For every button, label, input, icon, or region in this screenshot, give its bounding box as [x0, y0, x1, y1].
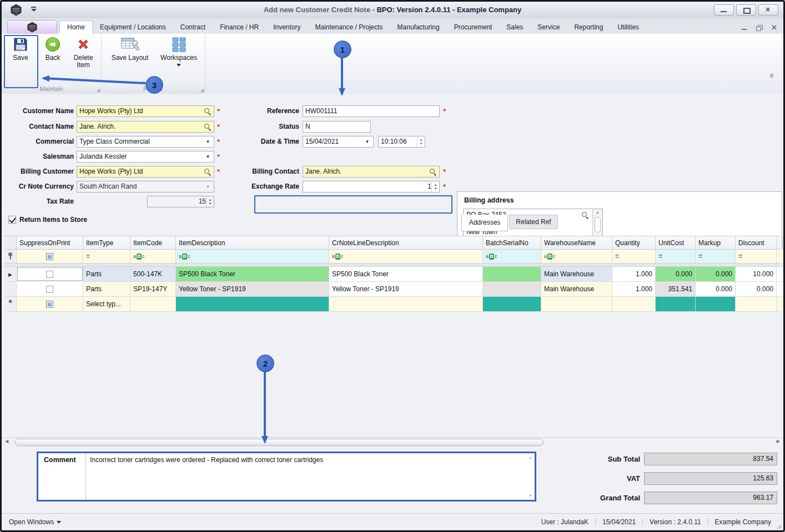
cell-itemcode[interactable]: 500-147K — [130, 267, 176, 281]
delete-item-button[interactable]: Delete Item — [68, 36, 98, 69]
scroll-thumb[interactable] — [15, 439, 544, 446]
column-header[interactable]: ItemCode — [130, 236, 176, 249]
tab-procurement[interactable]: Procurement — [447, 21, 500, 34]
cell-itemdescription[interactable]: Yellow Toner - SP1919 — [176, 282, 329, 296]
reference-field[interactable]: HW001111 — [303, 105, 440, 117]
column-header[interactable]: ItemType — [83, 236, 130, 249]
tab-home[interactable]: Home — [59, 21, 93, 34]
cell-crnotelinedescription[interactable]: SP500 Black Toner — [329, 267, 483, 281]
cell-discount[interactable] — [736, 297, 777, 311]
column-header[interactable]: WarehouseName — [541, 236, 612, 249]
cell-quantity[interactable]: 1.000 — [612, 267, 656, 281]
filter-cell[interactable] — [130, 250, 176, 263]
filter-cell[interactable] — [83, 250, 130, 263]
cell-markup[interactable]: 0.000 — [696, 282, 736, 296]
cell-itemtype[interactable]: Parts — [83, 282, 130, 296]
tab-sales[interactable]: Sales — [499, 21, 530, 34]
cell-crnotelinedescription[interactable] — [329, 297, 483, 311]
cell-warehousename[interactable]: Main Warehouse — [541, 282, 612, 296]
column-header[interactable]: Markup — [696, 236, 736, 249]
filter-cell[interactable] — [541, 250, 612, 263]
cell-itemcode[interactable] — [130, 297, 176, 311]
close-button[interactable] — [758, 4, 778, 16]
column-header[interactable]: UnitCost — [656, 236, 696, 249]
search-icon[interactable] — [581, 211, 589, 219]
column-header[interactable]: BatchSerialNo — [483, 236, 541, 249]
tab-equipment-locations[interactable]: Equipment / Locations — [93, 21, 173, 34]
tab-reporting[interactable]: Reporting — [567, 21, 610, 34]
filter-checkbox[interactable] — [46, 253, 53, 260]
return-items-checkbox[interactable] — [8, 216, 16, 224]
billing-contact-field[interactable]: Jane. Alrich. — [303, 166, 440, 178]
cell-markup[interactable]: 0.000 — [696, 267, 736, 281]
cell-batchserialno[interactable] — [483, 267, 541, 281]
chevron-down-icon[interactable] — [204, 136, 212, 147]
cell-itemtype[interactable]: Parts — [83, 267, 130, 281]
application-menu-button[interactable] — [7, 20, 57, 34]
tab-contract[interactable]: Contract — [173, 21, 213, 34]
cell-crnotelinedescription[interactable]: Yellow Toner - SP1919 — [329, 282, 483, 296]
mdi-close-button[interactable] — [772, 23, 777, 33]
dialog-launcher-icon[interactable] — [200, 89, 204, 92]
row-checkbox[interactable] — [46, 286, 53, 293]
filter-cell[interactable] — [483, 250, 541, 263]
open-windows-button[interactable]: Open Windows — [9, 518, 61, 526]
comment-textarea[interactable]: Incorrect toner cartridges were ordered … — [86, 453, 535, 500]
scroll-thumb[interactable] — [595, 217, 601, 232]
time-field[interactable]: 10:10:06 — [378, 136, 425, 148]
cell-markup[interactable] — [696, 297, 736, 311]
tab-inventory[interactable]: Inventory — [266, 21, 308, 34]
scroll-left-icon[interactable] — [5, 439, 8, 444]
chevron-down-icon[interactable] — [204, 151, 212, 162]
dialog-launcher-icon[interactable] — [97, 89, 100, 92]
cell-unitcost[interactable]: 0.000 — [656, 267, 696, 281]
suppress-cell[interactable] — [17, 282, 83, 296]
tab-service[interactable]: Service — [530, 21, 567, 34]
column-header[interactable]: Quantity — [612, 236, 656, 249]
tab-utilities[interactable]: Utilities — [610, 21, 646, 34]
column-header[interactable]: Discount — [736, 236, 777, 249]
cell-warehousename[interactable]: Main Warehouse — [541, 267, 612, 281]
column-header[interactable]: ItemDescription — [176, 236, 329, 249]
cell-itemcode[interactable]: SP19-147Y — [130, 282, 176, 296]
salesman-dropdown[interactable]: Julanda Kessler — [77, 151, 214, 163]
cell-itemdescription[interactable]: SP500 Black Toner — [176, 267, 329, 281]
workspaces-button[interactable]: Workspaces — [158, 36, 200, 67]
back-button[interactable]: Back — [39, 36, 66, 62]
resize-grip[interactable] — [776, 523, 781, 529]
row-checkbox[interactable] — [46, 301, 53, 308]
search-icon[interactable] — [429, 168, 437, 176]
cell-batchserialno[interactable] — [483, 297, 541, 311]
table-row-new[interactable]: Select typ... — [4, 297, 781, 312]
cell-itemtype[interactable]: Select typ... — [83, 297, 130, 311]
tab-finance-hr[interactable]: Finance / HR — [213, 21, 266, 34]
filter-cell[interactable] — [176, 250, 329, 263]
filter-cell[interactable] — [329, 250, 483, 263]
search-icon[interactable] — [204, 168, 212, 176]
tab-addresses[interactable]: Addresses — [461, 215, 508, 231]
date-field[interactable]: 15/04/2021 — [303, 136, 374, 148]
chevron-down-icon[interactable] — [364, 136, 371, 147]
spinner-icon[interactable] — [431, 181, 439, 192]
collapse-ribbon-icon[interactable] — [767, 73, 777, 78]
cell-unitcost[interactable]: 351.541 — [656, 282, 696, 296]
mdi-restore-button[interactable] — [756, 25, 763, 31]
filter-cell[interactable] — [736, 250, 777, 263]
table-row[interactable]: Parts SP19-147Y Yellow Toner - SP1919 Ye… — [4, 282, 781, 297]
commercial-dropdown[interactable]: Type Class Commercial — [77, 136, 214, 148]
cell-quantity[interactable] — [612, 297, 656, 311]
column-header[interactable]: SuppressOnPrint — [17, 236, 83, 249]
search-icon[interactable] — [204, 123, 212, 131]
spinner-icon[interactable] — [417, 136, 425, 147]
scroll-up-icon[interactable] — [593, 210, 602, 214]
suppress-cell[interactable] — [17, 267, 83, 281]
cell-itemdescription[interactable] — [176, 297, 329, 311]
search-icon[interactable] — [204, 108, 212, 115]
row-checkbox[interactable] — [46, 271, 53, 278]
customer-name-field[interactable]: Hope Works (Pty) Ltd — [77, 105, 214, 117]
filter-cell[interactable] — [17, 250, 83, 263]
filter-cell[interactable] — [612, 250, 656, 263]
maximize-button[interactable] — [736, 4, 756, 16]
mdi-minimize-button[interactable] — [742, 25, 747, 31]
filter-cell[interactable] — [656, 250, 696, 263]
